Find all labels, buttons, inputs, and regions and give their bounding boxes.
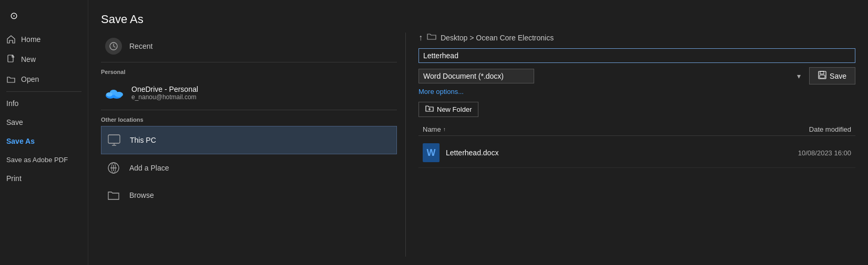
- breadcrumb-bar: ↑ Desktop > Ocean Core Electronics: [418, 33, 855, 43]
- sidebar-item-info[interactable]: Info: [0, 94, 88, 113]
- sidebar-item-home[interactable]: Home: [0, 29, 88, 49]
- file-row[interactable]: W Letterhead.docx 10/08/2023 16:00: [418, 138, 855, 168]
- format-select-wrapper: Word Document (*.docx) Word 97-2003 Docu…: [418, 69, 805, 83]
- sidebar-item-save-as[interactable]: Save As: [0, 132, 88, 151]
- sidebar-divider: [6, 91, 81, 92]
- sidebar-item-save-adobe-label: Save as Adobe PDF: [6, 156, 68, 164]
- personal-divider: [101, 62, 397, 62]
- format-select[interactable]: Word Document (*.docx) Word 97-2003 Docu…: [418, 69, 534, 83]
- sidebar-item-info-label: Info: [6, 99, 18, 108]
- right-panel: ↑ Desktop > Ocean Core Electronics Word …: [406, 33, 855, 257]
- left-panel: Recent Personal OneDrive - Personal: [101, 33, 406, 257]
- sidebar-item-save-as-label: Save As: [6, 137, 35, 145]
- browse-label: Browse: [129, 191, 154, 199]
- browse-icon: [105, 187, 122, 204]
- filename-input[interactable]: [418, 48, 855, 63]
- onedrive-icon: [105, 83, 124, 102]
- onedrive-name: OneDrive - Personal: [131, 85, 198, 93]
- sidebar-item-print[interactable]: Print: [0, 169, 88, 188]
- sidebar-item-open[interactable]: Open: [0, 69, 88, 89]
- svg-point-6: [106, 92, 113, 97]
- new-folder-button-label: New Folder: [437, 105, 472, 113]
- add-place-label: Add a Place: [129, 164, 169, 172]
- page-title: Save As: [101, 8, 855, 33]
- back-button[interactable]: ⊙: [4, 6, 23, 25]
- sidebar-item-save-adobe[interactable]: Save as Adobe PDF: [0, 151, 88, 169]
- new-folder-icon: [425, 105, 434, 114]
- sidebar: ⊙ Home New Open Info: [0, 0, 88, 265]
- recent-icon: [105, 38, 122, 55]
- content-columns: Recent Personal OneDrive - Personal: [101, 33, 855, 257]
- add-place-icon: [105, 160, 122, 176]
- sidebar-item-new-label: New: [21, 55, 36, 63]
- home-icon: [6, 35, 16, 44]
- sidebar-item-print-label: Print: [6, 174, 22, 183]
- back-icon: ⊙: [10, 10, 18, 22]
- this-pc-item[interactable]: This PC: [101, 126, 397, 154]
- more-options-link[interactable]: More options...: [418, 88, 855, 96]
- save-button-label: Save: [830, 72, 846, 80]
- onedrive-email: e_nanou@hotmail.com: [131, 93, 198, 101]
- other-locations-label: Other locations: [101, 112, 397, 126]
- format-row: Word Document (*.docx) Word 97-2003 Docu…: [418, 67, 855, 84]
- sidebar-item-open-label: Open: [21, 75, 39, 83]
- add-place-item[interactable]: Add a Place: [101, 154, 397, 182]
- open-icon: [6, 75, 16, 84]
- sidebar-item-save[interactable]: Save: [0, 113, 88, 132]
- save-button[interactable]: Save: [809, 67, 855, 84]
- onedrive-text: OneDrive - Personal e_nanou@hotmail.com: [131, 85, 198, 101]
- file-date: 10/08/2023 16:00: [798, 149, 851, 157]
- new-doc-icon: [6, 55, 16, 64]
- sidebar-item-save-label: Save: [6, 118, 23, 126]
- browse-item[interactable]: Browse: [101, 182, 397, 209]
- this-pc-icon: [106, 132, 122, 149]
- word-file-icon: W: [423, 143, 440, 162]
- sidebar-item-home-label: Home: [21, 35, 40, 44]
- breadcrumb-folder-icon: [427, 33, 436, 43]
- file-name: Letterhead.docx: [446, 149, 498, 157]
- recent-item[interactable]: Recent: [101, 33, 397, 60]
- svg-rect-12: [820, 75, 825, 78]
- breadcrumb-text: Desktop > Ocean Core Electronics: [441, 34, 554, 42]
- col-date-label: Date modified: [809, 125, 851, 133]
- other-locations-divider: [101, 110, 397, 110]
- sort-arrow-icon: ↑: [443, 126, 446, 132]
- onedrive-item[interactable]: OneDrive - Personal e_nanou@hotmail.com: [101, 78, 397, 108]
- col-name-header[interactable]: Name ↑: [423, 125, 446, 133]
- sidebar-item-new[interactable]: New: [0, 49, 88, 69]
- file-list-header: Name ↑ Date modified: [418, 123, 855, 136]
- svg-rect-7: [108, 135, 120, 143]
- main-content: Save As Recent Personal: [88, 0, 868, 265]
- svg-rect-11: [820, 71, 824, 74]
- recent-label: Recent: [129, 42, 152, 50]
- personal-label: Personal: [101, 65, 397, 78]
- col-name-label: Name: [423, 125, 441, 133]
- this-pc-label: This PC: [130, 136, 156, 144]
- save-icon: [818, 71, 826, 81]
- file-row-left: W Letterhead.docx: [423, 143, 498, 162]
- new-folder-button[interactable]: New Folder: [418, 102, 478, 117]
- breadcrumb-up-button[interactable]: ↑: [418, 33, 423, 43]
